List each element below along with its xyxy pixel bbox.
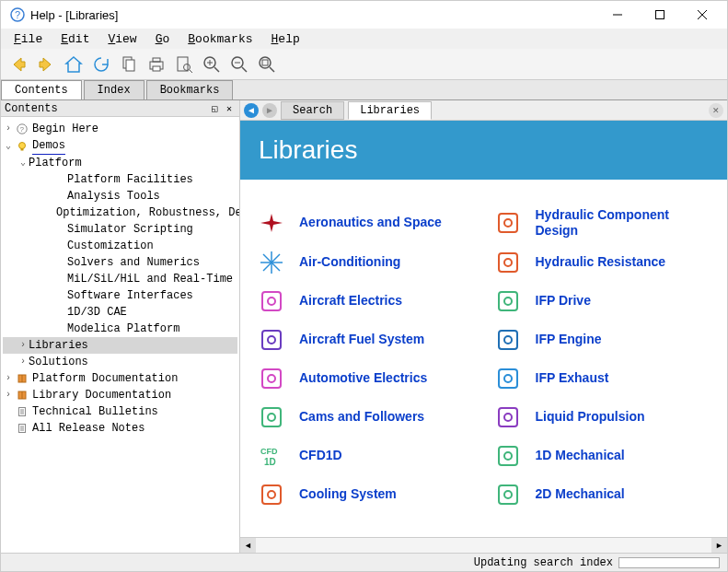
back-icon[interactable] — [6, 53, 30, 76]
minimize-button[interactable] — [596, 1, 639, 29]
tree-item[interactable]: 1D/3D CAE — [3, 304, 237, 321]
find-in-page-icon[interactable] — [172, 53, 196, 76]
horizontal-scrollbar[interactable]: ◄ ► — [240, 537, 727, 553]
library-item[interactable]: CFD1DCFD1D — [257, 441, 475, 471]
print-icon[interactable] — [144, 53, 168, 76]
tree-item[interactable]: Optimization, Robustness, Des… — [3, 204, 237, 221]
scroll-right-icon[interactable]: ► — [711, 538, 727, 554]
svg-rect-68 — [262, 485, 281, 504]
collapse-icon[interactable]: ⌄ — [17, 155, 29, 171]
contents-tree[interactable]: ›?Begin Here⌄Demos⌄PlatformPlatform Faci… — [1, 117, 239, 553]
library-item[interactable]: Liquid Propulsion — [493, 403, 711, 432]
library-item[interactable]: IFP Engine — [493, 325, 711, 355]
tab-contents[interactable]: Contents — [1, 80, 82, 99]
sidebar: Contents ◱ ✕ ›?Begin Here⌄Demos⌄Platform… — [1, 100, 240, 553]
library-item-label: CFD1D — [299, 448, 342, 463]
tree-item[interactable]: ›Library Documentation — [3, 387, 237, 403]
library-item-label: Liquid Propulsion — [536, 409, 645, 425]
expand-icon[interactable]: › — [3, 370, 14, 387]
main-tab-search[interactable]: Search — [281, 101, 344, 120]
prev-tab-icon[interactable]: ◄ — [244, 103, 259, 118]
library-item[interactable]: Air-Conditioning — [257, 248, 475, 277]
library-item[interactable]: Cams and Followers — [257, 403, 475, 432]
tree-item[interactable]: Platform Facilities — [3, 171, 237, 188]
menu-edit[interactable]: Edit — [52, 30, 98, 48]
library-item[interactable]: Hydraulic Resistance — [493, 248, 711, 277]
scroll-track[interactable] — [256, 538, 711, 554]
tree-item[interactable]: Technical Bulletins — [3, 403, 237, 420]
expand-icon[interactable]: › — [17, 354, 29, 370]
exhaust-icon — [493, 364, 523, 393]
close-panel-icon[interactable]: ✕ — [223, 102, 236, 115]
tree-item-label: Modelica Platform — [67, 321, 179, 337]
cam-icon — [257, 403, 286, 432]
tab-bookmarks[interactable]: Bookmarks — [146, 80, 234, 99]
svg-text:?: ? — [20, 125, 25, 134]
tree-item[interactable]: ⌄Platform — [3, 155, 237, 171]
dock-icon[interactable]: ◱ — [208, 102, 221, 115]
tree-item[interactable]: Software Interfaces — [3, 287, 237, 304]
tree-item[interactable]: Analysis Tools — [3, 188, 237, 204]
forward-icon[interactable] — [34, 53, 58, 76]
menu-view[interactable]: View — [98, 30, 145, 48]
mech1d-icon — [493, 441, 523, 471]
svg-point-55 — [504, 336, 512, 344]
tree-item[interactable]: ›?Begin Here — [3, 121, 237, 137]
svg-rect-23 — [262, 60, 268, 65]
library-item[interactable]: 2D Mechanical — [493, 480, 711, 509]
expand-icon[interactable]: › — [3, 121, 14, 137]
zoom-in-icon[interactable] — [200, 53, 224, 76]
tree-item[interactable]: ›Platform Documentation — [3, 370, 237, 387]
home-icon[interactable] — [62, 53, 86, 76]
library-item[interactable]: IFP Drive — [493, 286, 711, 316]
close-button[interactable] — [681, 1, 723, 29]
library-item[interactable]: Aircraft Electrics — [257, 286, 475, 316]
close-tab-icon[interactable]: ✕ — [709, 103, 723, 118]
library-item[interactable]: Aircraft Fuel System — [257, 325, 475, 355]
tree-item[interactable]: Simulator Scripting — [3, 221, 237, 238]
svg-point-63 — [504, 414, 512, 421]
scroll-left-icon[interactable]: ◄ — [240, 538, 256, 554]
tree-item[interactable]: ⌄Demos — [3, 137, 237, 155]
collapse-icon[interactable]: ⌄ — [3, 138, 14, 155]
tree-item[interactable]: Customization — [3, 238, 237, 254]
svg-rect-58 — [499, 369, 517, 388]
library-item[interactable]: Automotive Electrics — [257, 364, 475, 393]
svg-rect-46 — [499, 253, 517, 272]
tree-item-label: Simulator Scripting — [67, 221, 193, 238]
menu-go[interactable]: Go — [146, 30, 179, 48]
tree-item[interactable]: All Release Notes — [3, 420, 237, 437]
library-item[interactable]: Cooling System — [257, 480, 475, 509]
library-item[interactable]: Hydraulic Component Design — [493, 207, 711, 239]
menu-bookmarks[interactable]: Bookmarks — [179, 30, 261, 48]
book-orange-icon — [16, 389, 29, 402]
left-tab-strip: Contents Index Bookmarks — [1, 80, 727, 100]
menu-file[interactable]: File — [5, 30, 52, 48]
menu-help[interactable]: Help — [262, 30, 309, 48]
library-item[interactable]: IFP Exhaust — [493, 364, 711, 393]
library-item[interactable]: Aeronautics and Space — [257, 207, 475, 239]
tree-item[interactable]: MiL/SiL/HiL and Real-Time — [3, 271, 237, 287]
tab-index[interactable]: Index — [84, 80, 144, 99]
main-tab-libraries[interactable]: Libraries — [348, 101, 432, 120]
zoom-out-icon[interactable] — [227, 53, 251, 76]
library-grid: Aeronautics and SpaceHydraulic Component… — [240, 180, 727, 519]
library-item[interactable]: 1D Mechanical — [493, 441, 711, 471]
svg-line-19 — [242, 67, 247, 72]
tree-item[interactable]: ›Solutions — [3, 354, 237, 370]
tree-item-label: Begin Here — [32, 121, 98, 137]
expand-icon[interactable]: › — [17, 337, 29, 354]
expand-icon[interactable]: › — [3, 387, 14, 403]
tree-item[interactable]: Solvers and Numerics — [3, 254, 237, 271]
svg-rect-9 — [153, 58, 160, 62]
maximize-button[interactable] — [639, 1, 681, 29]
tree-item-label: Solvers and Numerics — [67, 254, 200, 271]
next-tab-icon[interactable]: ► — [262, 103, 277, 118]
tree-item[interactable]: ›Libraries — [3, 337, 237, 354]
tree-item[interactable]: Modelica Platform — [3, 321, 237, 337]
svg-line-13 — [190, 70, 192, 73]
zoom-reset-icon[interactable] — [255, 53, 279, 76]
refresh-icon[interactable] — [89, 53, 113, 76]
copy-icon[interactable] — [117, 53, 141, 76]
content-scroll[interactable]: Libraries Aeronautics and SpaceHydraulic… — [240, 121, 727, 537]
